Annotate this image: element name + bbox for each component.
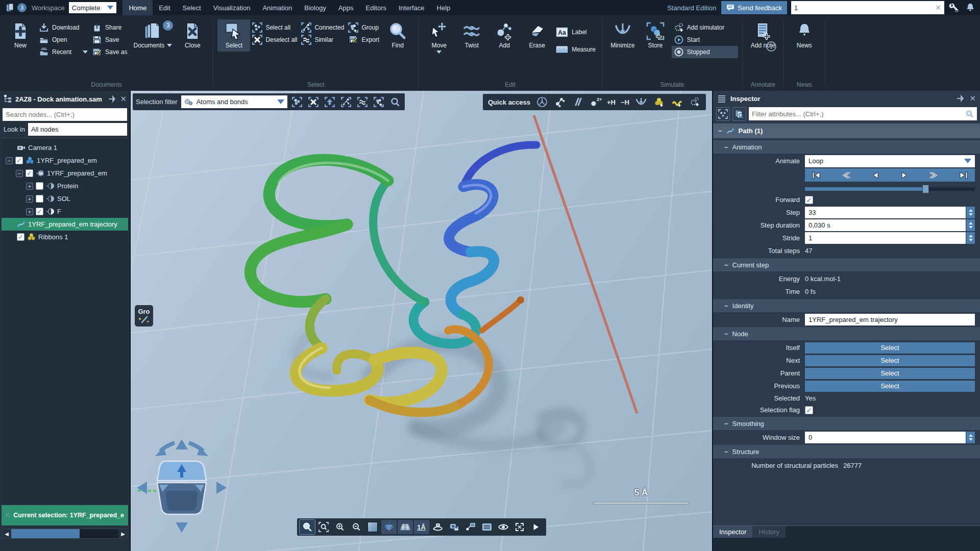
vp-find-button[interactable] (389, 95, 402, 108)
current-selection-bar[interactable]: Current selection: 1YRF_prepared_e (2, 505, 128, 525)
collapse-expander[interactable]: − (6, 157, 13, 164)
camera-orbit-button[interactable] (430, 520, 446, 534)
zoom-in-button[interactable] (332, 520, 348, 534)
menu-help[interactable]: Help (431, 0, 457, 15)
select-parent-button[interactable]: Select (805, 368, 975, 379)
checkbox-checked[interactable]: ✓ (17, 233, 24, 241)
workspace-mode-dropdown[interactable]: Complete (69, 2, 117, 13)
checkbox-unchecked[interactable] (36, 195, 43, 203)
inspect-documents-button[interactable] (732, 107, 746, 121)
tree-item-ribbons[interactable]: ✓ Ribbons 1 (2, 231, 128, 243)
close-inspector-icon[interactable]: ✕ (969, 94, 976, 103)
share-button[interactable]: Share (90, 21, 129, 34)
select-itself-button[interactable]: Select (805, 342, 975, 354)
menu-animation[interactable]: Animation (256, 0, 298, 15)
collapse-expander[interactable]: − (16, 170, 23, 177)
qa-double-bond-button[interactable] (571, 96, 584, 109)
qa-add-simulator-button[interactable] (688, 96, 701, 109)
pin-icon[interactable] (956, 94, 965, 103)
viewport-3d[interactable]: Selection filter Atoms and bonds Quick a… (131, 91, 712, 551)
play-forward-button[interactable] (900, 171, 908, 179)
menu-editors[interactable]: Editors (360, 0, 393, 15)
timeline-slider[interactable] (805, 187, 975, 191)
scrollbar-thumb[interactable] (11, 529, 80, 538)
global-search-box[interactable]: ✕ (791, 1, 944, 14)
look-in-dropdown[interactable]: All nodes (28, 123, 127, 136)
nav-down-arrow[interactable] (176, 522, 188, 533)
select-connected-button[interactable]: Connected (299, 21, 346, 34)
step-input[interactable] (808, 209, 962, 216)
vp-select-up-button[interactable] (324, 95, 336, 108)
qa-minimize-button[interactable] (634, 96, 647, 109)
window-size-spinner[interactable] (966, 432, 975, 443)
checkbox-unchecked[interactable] (36, 182, 43, 190)
expand-expander[interactable]: + (26, 195, 33, 203)
play-button[interactable] (528, 520, 544, 534)
tab-inspector[interactable]: Inspector (713, 526, 752, 538)
send-feedback-button[interactable]: Send feedback (721, 1, 787, 14)
identity-section-header[interactable]: − Identity (713, 299, 980, 312)
tree-item-structure[interactable]: − ✓ 1YRF_prepared_em (2, 154, 128, 167)
slider-thumb[interactable] (922, 185, 929, 193)
animation-section-header[interactable]: − Animation (713, 140, 980, 154)
step-backward-button[interactable] (872, 171, 879, 179)
label-button[interactable]: Aa Label (553, 23, 598, 41)
zoom-out-button[interactable] (349, 520, 364, 534)
menu-apps[interactable]: Apps (332, 0, 360, 15)
info-icon[interactable]: i (766, 41, 777, 52)
vp-select-connected-button[interactable] (340, 95, 353, 108)
select-next-button[interactable]: Select (805, 355, 975, 366)
skip-start-button[interactable] (812, 171, 821, 179)
fast-backward-button[interactable] (842, 171, 851, 179)
scroll-right-arrow[interactable]: ▶ (118, 529, 128, 538)
background-button[interactable] (365, 520, 380, 534)
vp-select-similar-button[interactable] (356, 95, 369, 108)
expand-expander[interactable]: + (26, 208, 33, 215)
find-button[interactable]: Find (381, 19, 414, 52)
stride-spinner[interactable] (966, 232, 975, 244)
qa-add-group-button[interactable] (652, 96, 665, 109)
qa-presenter-button[interactable] (535, 96, 548, 109)
open-button[interactable]: Open (37, 34, 90, 46)
step-duration-input[interactable] (808, 221, 962, 229)
clear-search-icon[interactable]: ✕ (935, 4, 941, 12)
select-button[interactable]: Select (217, 19, 250, 52)
close-panel-icon[interactable]: ✕ (120, 94, 127, 104)
forward-checkbox[interactable]: ✓ (805, 196, 813, 204)
current-step-section-header[interactable]: − Current step (713, 258, 980, 271)
select-previous-button[interactable]: Select (805, 381, 975, 392)
vp-select-all-button[interactable] (291, 95, 304, 108)
menu-visualization[interactable]: Visualization (207, 0, 257, 15)
notifications-button[interactable] (964, 1, 977, 14)
selection-filter-dropdown[interactable]: Atoms and bonds (181, 95, 287, 108)
visibility-button[interactable] (496, 520, 511, 534)
qa-add-hydrogens-button[interactable]: +H (607, 98, 616, 106)
qa-add-surface-button[interactable] (670, 96, 683, 109)
move-button[interactable]: Move (423, 19, 455, 56)
close-button[interactable]: Close (176, 19, 209, 52)
recent-button[interactable]: Recent (37, 46, 90, 58)
checkbox-checked[interactable]: ✓ (36, 208, 43, 215)
inspect-selection-button[interactable] (716, 107, 730, 121)
node-search-box[interactable] (3, 108, 127, 121)
horizontal-scrollbar[interactable]: ◀ ▶ (2, 529, 128, 539)
nav-left-arrow[interactable] (137, 482, 147, 494)
checkbox-checked[interactable]: ✓ (15, 157, 23, 164)
start-button[interactable]: Start (672, 34, 738, 46)
erase-button[interactable]: Erase (521, 19, 553, 52)
save-as-button[interactable]: Save as (90, 46, 129, 58)
nav-up-arrow[interactable] (176, 439, 188, 449)
menu-interface[interactable]: Interface (393, 0, 431, 15)
menu-edit[interactable]: Edit (153, 0, 176, 15)
step-duration-spinner[interactable] (966, 219, 975, 231)
collapse-icon[interactable]: − (718, 127, 722, 135)
skip-end-button[interactable] (959, 171, 968, 179)
download-button[interactable]: Download (37, 21, 90, 34)
tree-item-trajectory-selected[interactable]: 1YRF_prepared_em trajectory (2, 218, 128, 231)
menu-biology[interactable]: Biology (298, 0, 332, 15)
step-spinner[interactable] (966, 207, 975, 218)
menu-home[interactable]: Home (122, 0, 153, 15)
qa-ion-button[interactable]: 2+ (589, 96, 602, 109)
qa-add-bond-button[interactable] (553, 96, 566, 109)
structure-section-header[interactable]: − Structure (713, 445, 980, 458)
